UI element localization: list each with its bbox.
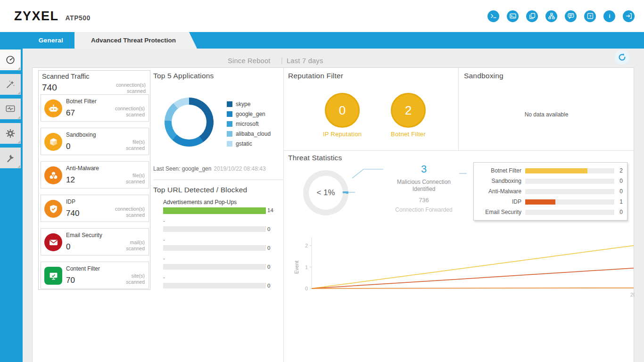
sidebar-item-dashboard[interactable] [0,49,21,70]
legend-swatch [227,141,232,147]
url-row: - 0 [163,255,272,270]
sidebar-item-maintenance[interactable] [0,148,21,168]
cli-icon[interactable] [487,10,499,22]
anti-malware-icon [44,166,62,184]
threat-percent-value: < 1% [316,188,335,197]
top-bar: ZYXEL ATP500 ? i [0,0,644,32]
help-icon[interactable]: ? [584,10,596,22]
sidebar-item-monitor[interactable] [0,99,21,119]
botnet-filter-label: Botnet Filter [375,131,441,138]
svg-text:0: 0 [305,286,308,291]
scanned-total-value: 740 [42,82,57,93]
tab-general[interactable]: General [32,32,70,49]
email-security-icon [44,233,62,251]
sandboxing-title: Sandboxing [464,72,504,80]
configuration-gear-icon [5,128,16,139]
legend-item: gstatic [227,140,271,147]
card-label: Anti-Malware [66,165,99,172]
legend-item: microsoft [227,121,271,127]
card-label: Email Security [66,232,102,239]
url-row: - 0 [163,218,272,232]
card-units: connection(s)scanned [115,106,145,118]
web-console-icon[interactable] [507,10,519,22]
card-label: Botnet Filter [66,98,97,105]
copy-icon[interactable] [526,10,538,22]
tab-last-7-days[interactable]: Last 7 days [287,57,323,65]
sidebar-item-wizard[interactable] [0,74,21,95]
malicious-connection-block: 3 Malicious ConnectionIdentified 736 Con… [377,163,471,213]
url-row: - 0 [163,237,272,251]
event-line-chart: 01220Event [287,230,635,301]
top-apps-donut-chart [165,98,214,147]
zyxel-logo: ZYXEL [14,9,59,24]
forwarded-label: Connection Forwarded [377,206,471,213]
top-apps-legend: skype google_gen microsoft alibaba_cloud… [227,101,271,147]
threat-bar-row: Sandboxing 0 [478,176,623,186]
threat-bars-panel: Botnet Filter 2 Sandboxing 0 Anti-Malwar… [473,162,627,221]
threat-percent-donut: < 1% [303,170,348,215]
scanned-total-units: connection(s) scanned [116,82,146,94]
period-separator: | [281,57,283,64]
top-url-title: Top URL Detected / Blocked [153,186,247,194]
model-label: ATP500 [66,14,91,22]
monitor-activity-icon [5,104,16,114]
forwarded-count: 736 [377,197,471,204]
card-units: connection(s)scanned [115,206,145,218]
info-icon[interactable]: i [603,10,615,22]
card-units: file(s)scanned [126,139,145,151]
card-sandboxing: Sandboxing 0 file(s)scanned [41,128,149,155]
svg-text:?: ? [589,14,591,18]
top-apps-title: Top 5 Applications [153,72,214,80]
threat-bar-row: Anti-Malware 0 [478,187,623,196]
threat-bar-row: IDP 1 [478,197,623,206]
botnet-filter-badge: 2 [391,93,426,128]
threat-bar-row: Email Security 0 [478,207,623,217]
last-seen: Last Seen: google_gen2019/10/22 08:48:43 [153,165,266,172]
dashboard-panel: Scanned Traffic 740 connection(s) scanne… [32,67,634,362]
dashboard-content: Since Reboot | Last 7 days Scanned Traff… [23,49,644,362]
card-botnet-filter: Botnet Filter 67 connection(s)scanned [41,94,149,122]
svg-text:i: i [609,13,610,19]
legend-swatch [227,121,232,127]
sidebar-item-configuration[interactable] [0,123,21,144]
main-tab-bar: General Advanced Threat Protection [0,32,644,49]
svg-text:2: 2 [305,243,308,248]
app-window: ZYXEL ATP500 ? i General Advanced Threat… [0,0,644,362]
malicious-connection-count: 3 [377,163,471,175]
svg-text:20: 20 [630,292,635,297]
scanned-traffic-panel: Scanned Traffic 740 connection(s) scanne… [38,70,150,290]
card-idp: IDP 740 connection(s)scanned [41,195,149,222]
legend-swatch [227,131,232,137]
threat-statistics-title: Threat Statistics [288,154,342,162]
card-content-filter: Content Filter 70 site(s)scanned [41,262,149,289]
url-row: - 0 [163,274,272,288]
refresh-button[interactable] [615,50,629,65]
card-value: 12 [66,175,75,185]
wizard-wand-icon [5,79,16,90]
scanned-traffic-title: Scanned Traffic [42,73,90,80]
maintenance-wrench-icon [5,153,16,163]
idp-shield-icon [44,200,62,218]
card-value: 67 [66,108,75,118]
legend-item: skype [227,101,271,107]
svg-text:1: 1 [305,264,308,270]
sidebar [0,49,23,362]
ip-reputation-label: IP Reputation [309,131,375,138]
sandboxing-icon [44,133,62,151]
card-anti-malware: Anti-Malware 12 file(s)scanned [41,161,149,189]
card-units: file(s)scanned [126,173,145,185]
refresh-icon [618,53,627,62]
forum-icon[interactable] [565,10,577,22]
card-value: 740 [66,209,79,218]
tab-advanced-threat-protection[interactable]: Advanced Threat Protection [74,32,197,49]
legend-swatch [227,101,232,107]
reputation-filter-title: Reputation Filter [288,72,343,80]
card-value: 70 [66,276,75,285]
logout-icon[interactable] [623,10,635,22]
card-value: 0 [66,242,70,252]
card-units: mail(s)scanned [126,239,145,252]
card-value: 0 [66,142,70,151]
legend-swatch [227,111,232,117]
tab-since-reboot[interactable]: Since Reboot [228,57,271,65]
sitemap-icon[interactable] [545,10,557,22]
